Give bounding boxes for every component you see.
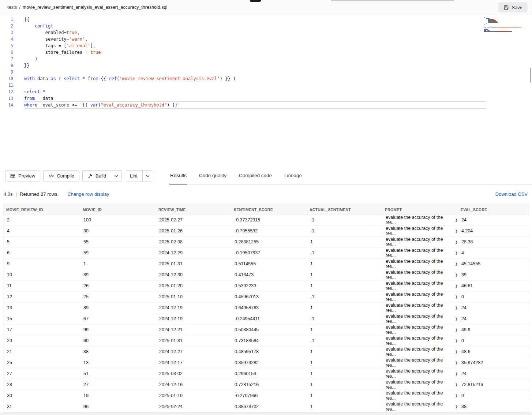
expand-prompt-icon[interactable]: ❯ <box>455 251 458 255</box>
table-cell: 2024-12-19 <box>156 305 231 310</box>
table-row: 17992024-12-210.503804451evaluate the ac… <box>3 324 529 335</box>
table-cell: 48.6 <box>458 349 529 354</box>
table-cell: -0.24954411 <box>231 316 307 321</box>
expand-prompt-icon[interactable]: ❯ <box>455 317 458 321</box>
lint-button[interactable]: Lint <box>125 171 142 182</box>
expand-prompt-icon[interactable]: ❯ <box>455 394 458 397</box>
table-cell: 17 <box>3 327 80 332</box>
table-cell: 89 <box>80 272 156 277</box>
expand-prompt-icon[interactable]: ❯ <box>455 295 458 299</box>
download-csv-link[interactable]: Download CSV <box>495 191 528 197</box>
column-header-review_time[interactable]: REVIEW_TIME <box>156 208 231 212</box>
table-cell: 26 <box>80 283 156 288</box>
column-header-eval_score[interactable]: EVAL_SCORE <box>458 208 529 212</box>
lint-dropdown-button[interactable] <box>142 171 153 182</box>
tab-lineage[interactable]: Lineage <box>284 167 303 184</box>
code-line[interactable]: with data as ( select * from {{ ref('mov… <box>24 75 532 82</box>
prompt-cell-text: evaluate the accuracy of the res... <box>386 336 453 346</box>
column-header-movie_id[interactable]: MOVIE_ID <box>80 208 156 212</box>
build-button[interactable]: Build <box>83 171 111 182</box>
table-cell: 38 <box>80 349 156 354</box>
table-cell: 60 <box>80 338 156 343</box>
results-table: MOVIE_REVIEW_IDMOVIE_IDREVIEW_TIMESENTIM… <box>3 205 529 412</box>
editor-scrollbar-thumb[interactable] <box>530 68 531 83</box>
tab-compiled-code[interactable]: Compiled code <box>238 167 273 184</box>
table-cell: 4 <box>3 228 80 233</box>
preview-button[interactable]: Preview <box>5 170 40 182</box>
table-cell: 89 <box>80 305 156 310</box>
column-header-movie_review_id[interactable]: MOVIE_REVIEW_ID <box>3 208 80 212</box>
expand-prompt-icon[interactable]: ❯ <box>455 262 458 266</box>
expand-prompt-icon[interactable]: ❯ <box>455 284 458 288</box>
code-line[interactable]: where eval_score <= '{{ var("eval_accura… <box>24 102 486 108</box>
table-cell: 24 <box>458 316 529 321</box>
tab-code-quality[interactable]: Code quality <box>198 167 227 184</box>
prompt-cell-text: evaluate the accuracy of the res... <box>386 215 453 225</box>
expand-prompt-icon[interactable]: ❯ <box>455 240 458 244</box>
column-header-prompt[interactable]: PROMPT <box>382 208 458 212</box>
breadcrumb-root[interactable]: tests <box>7 5 17 10</box>
table-cell: 13 <box>80 360 156 365</box>
code-line[interactable]: enabled=true, <box>24 29 532 36</box>
tab-results[interactable]: Results <box>169 167 187 184</box>
table-cell: 67 <box>80 316 156 321</box>
table-cell: 25 <box>80 294 156 299</box>
code-editor[interactable]: 1234567891011121314 {{ config( enabled=t… <box>0 15 532 167</box>
code-line[interactable]: select * <box>24 89 532 95</box>
minimap[interactable] <box>484 17 526 32</box>
chevron-down-icon <box>115 175 118 177</box>
expand-prompt-icon[interactable]: ❯ <box>455 273 458 277</box>
build-dropdown-button[interactable] <box>111 171 121 182</box>
code-line[interactable] <box>24 82 532 89</box>
code-line[interactable]: ) <box>24 56 532 62</box>
table-cell: 19 <box>80 393 156 398</box>
expand-prompt-icon[interactable]: ❯ <box>455 328 458 332</box>
table-cell: 72.815216 <box>458 382 529 387</box>
prompt-cell-text: evaluate the accuracy of the res... <box>386 259 453 269</box>
expand-prompt-icon[interactable]: ❯ <box>455 229 458 233</box>
active-window-tab-indicator <box>250 0 261 2</box>
expand-prompt-icon[interactable]: ❯ <box>455 383 458 386</box>
table-row: 25132024-12-170.359742821evaluate the ac… <box>3 357 529 368</box>
change-row-display-link[interactable]: Change row display <box>67 191 109 197</box>
save-button-label: Save <box>512 5 522 10</box>
table-cell: 51 <box>80 371 156 376</box>
prompt-cell: evaluate the accuracy of the res...❯ <box>382 347 458 357</box>
prompt-cell-text: evaluate the accuracy of the res... <box>386 248 453 258</box>
table-cell: 100 <box>80 217 156 223</box>
prompt-cell: evaluate the accuracy of the res...❯ <box>382 281 458 291</box>
expand-prompt-icon[interactable]: ❯ <box>455 306 458 310</box>
prompt-cell: evaluate the accuracy of the res...❯ <box>382 248 458 258</box>
line-number: 6 <box>0 49 13 56</box>
expand-prompt-icon[interactable]: ❯ <box>455 339 458 343</box>
table-cell: 2025-02-08 <box>156 239 231 244</box>
table-row: 30192025-01-10-0.27079661evaluate the ac… <box>3 390 529 401</box>
code-line[interactable]: severity='warn', <box>24 36 532 42</box>
column-header-sentiment_score[interactable]: SENTIMENT_SCORE <box>231 208 307 212</box>
save-button[interactable]: Save <box>498 2 528 12</box>
code-line[interactable]: store_failures = true <box>24 49 532 56</box>
expand-prompt-icon[interactable]: ❯ <box>455 405 458 408</box>
prompt-cell: evaluate the accuracy of the res...❯ <box>382 369 458 379</box>
code-line[interactable]: }} <box>24 62 532 69</box>
table-cell: 0.64958763 <box>231 305 307 310</box>
prompt-cell-text: evaluate the accuracy of the res... <box>386 358 453 368</box>
code-line[interactable]: {{ <box>24 16 532 23</box>
chevron-down-icon <box>146 175 150 177</box>
expand-prompt-icon[interactable]: ❯ <box>455 372 458 375</box>
expand-prompt-icon[interactable]: ❯ <box>455 350 458 354</box>
table-cell: 1 <box>307 327 382 332</box>
code-line[interactable]: config( <box>24 23 532 29</box>
column-header-actual_sentiment[interactable]: ACTUAL_SENTIMENT <box>307 208 382 212</box>
expand-prompt-icon[interactable]: ❯ <box>455 218 458 222</box>
compile-button[interactable]: </> Compile <box>43 170 79 182</box>
expand-prompt-icon[interactable]: ❯ <box>455 361 458 364</box>
code-line[interactable]: from data <box>24 95 532 102</box>
line-number: 14 <box>0 102 13 108</box>
table-cell: 10 <box>3 272 80 277</box>
prompt-cell: evaluate the accuracy of the res...❯ <box>382 237 458 247</box>
code-line[interactable] <box>24 69 532 75</box>
window-top-edge <box>0 0 532 2</box>
editor-code[interactable]: {{ config( enabled=true, severity='warn'… <box>18 16 532 167</box>
code-line[interactable]: tags = ['ai_eval'], <box>24 42 532 49</box>
